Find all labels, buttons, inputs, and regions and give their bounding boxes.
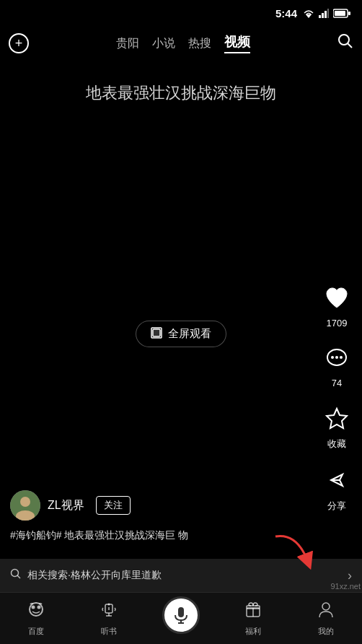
comment-button[interactable]: 74	[320, 341, 353, 388]
collect-label: 收藏	[327, 438, 346, 451]
svg-rect-3	[325, 11, 327, 18]
search-related-icon	[10, 568, 22, 583]
signal-icon	[319, 9, 329, 18]
user-avatar[interactable]	[10, 490, 40, 521]
svg-rect-7	[335, 11, 345, 16]
nav-mine[interactable]: 我的	[290, 600, 362, 637]
add-button[interactable]: +	[9, 33, 29, 53]
share-button[interactable]: 分享	[320, 464, 353, 513]
bottom-nav: 百度 听书	[0, 592, 362, 644]
welfare-label: 福利	[245, 626, 261, 637]
svg-line-9	[348, 43, 352, 48]
svg-rect-6	[348, 12, 350, 15]
svg-point-38	[322, 603, 330, 610]
collect-icon	[320, 401, 353, 435]
like-button[interactable]: 1709	[320, 282, 353, 328]
follow-button[interactable]: 关注	[96, 496, 131, 515]
svg-rect-2	[322, 13, 324, 18]
svg-rect-1	[319, 15, 321, 18]
nav-item-novel[interactable]: 小说	[152, 36, 175, 51]
fullscreen-button[interactable]: 全屏观看	[136, 321, 226, 347]
welfare-icon	[244, 600, 262, 623]
status-time: 5:44	[275, 7, 297, 19]
search-related-arrow: ›	[348, 568, 352, 583]
nav-item-video[interactable]: 视频	[224, 33, 250, 53]
nav-mic[interactable]	[145, 604, 217, 634]
username: ZL视界	[48, 498, 84, 513]
watermark: 91xz.net	[330, 582, 361, 591]
status-bar: 5:44	[0, 0, 362, 26]
comment-icon	[320, 341, 353, 375]
svg-rect-32	[178, 607, 184, 617]
fullscreen-icon	[151, 327, 162, 341]
like-icon	[320, 282, 353, 315]
nav-listen[interactable]: 听书	[72, 600, 144, 637]
svg-rect-11	[153, 329, 160, 336]
svg-point-14	[335, 356, 338, 359]
wifi-icon	[303, 9, 314, 18]
nav-item-guiyang[interactable]: 贵阳	[116, 36, 139, 51]
search-related-text: 相关搜索·格林公开向库里道歉	[27, 569, 348, 582]
svg-point-30	[107, 604, 110, 606]
mine-icon	[317, 600, 335, 623]
svg-point-8	[339, 35, 349, 45]
svg-point-15	[340, 356, 343, 359]
svg-point-19	[20, 497, 30, 507]
video-description: #海钓船钓# 地表最强壮汉挑战深海巨 物	[10, 528, 309, 543]
nav-item-hotsearch[interactable]: 热搜	[188, 36, 211, 51]
nav-items: 贵阳 小说 热搜 视频	[36, 33, 330, 53]
listen-label: 听书	[101, 626, 117, 637]
right-actions: 1709 74 收藏 分享	[320, 282, 353, 513]
like-count: 1709	[327, 318, 348, 328]
battery-icon	[333, 9, 350, 18]
collect-button[interactable]: 收藏	[320, 401, 353, 451]
baidu-label: 百度	[28, 626, 44, 637]
mic-button[interactable]	[162, 596, 200, 634]
svg-point-24	[30, 603, 43, 616]
comment-count: 74	[332, 378, 342, 388]
svg-point-25	[32, 606, 35, 609]
svg-point-13	[331, 356, 334, 359]
search-related-bar[interactable]: 相关搜索·格林公开向库里道歉 ›	[0, 559, 362, 592]
video-title: 地表最强壮汉挑战深海巨物	[64, 82, 298, 104]
share-label: 分享	[327, 500, 346, 513]
mine-label: 我的	[318, 626, 334, 637]
listen-icon	[100, 600, 118, 623]
svg-point-26	[37, 606, 41, 609]
nav-welfare[interactable]: 福利	[217, 600, 289, 637]
svg-marker-16	[327, 409, 347, 428]
svg-line-22	[17, 575, 20, 578]
user-row: ZL视界 关注	[10, 490, 309, 521]
fullscreen-label: 全屏观看	[168, 327, 211, 341]
baidu-icon	[27, 600, 45, 623]
top-nav: + 贵阳 小说 热搜 视频	[0, 26, 362, 61]
status-icons	[303, 9, 350, 18]
nav-baidu[interactable]: 百度	[0, 600, 72, 637]
search-button[interactable]	[337, 33, 353, 53]
bottom-info: ZL视界 关注 #海钓船钓# 地表最强壮汉挑战深海巨 物	[0, 490, 319, 550]
video-area[interactable]: 地表最强壮汉挑战深海巨物	[0, 61, 362, 436]
share-icon	[320, 464, 353, 497]
svg-rect-4	[327, 9, 329, 18]
